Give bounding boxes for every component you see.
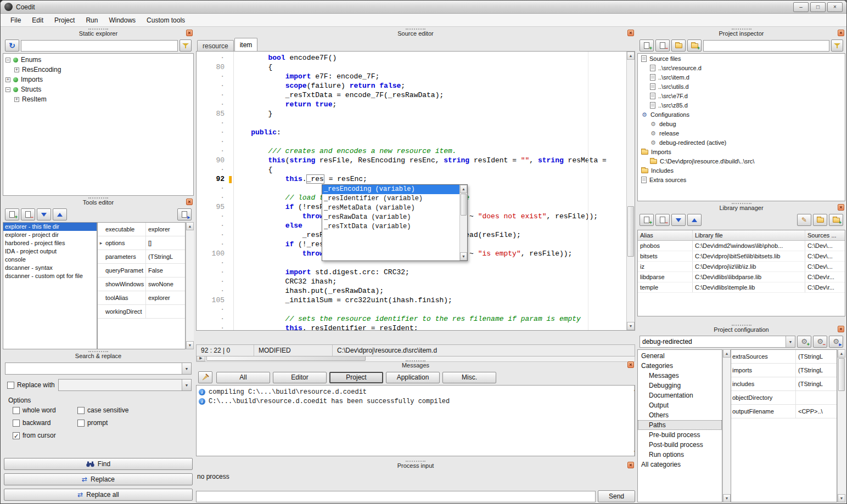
config-grid-scrollbar[interactable]: ▲ ▼ <box>837 349 845 502</box>
library-row[interactable]: bitsetsC:\Dev\dproj\bitSet\lib\bitsets.l… <box>638 251 845 262</box>
gutter-line[interactable]: · <box>197 72 233 82</box>
category-messages[interactable]: Messages <box>638 371 722 381</box>
completion-item[interactable]: _resTxtData (variable) <box>322 222 459 231</box>
scroll-up-icon[interactable]: ▲ <box>627 52 635 60</box>
tree-item-imports[interactable]: +Imports <box>3 75 193 84</box>
code-line[interactable]: CRC32 ihash; <box>234 278 626 287</box>
completion-item[interactable]: _resRawData (variable) <box>322 213 459 222</box>
tool-item-harbored-project-files[interactable]: harbored - project files <box>3 239 97 247</box>
editor-gutter[interactable]: ·80····85····90·92··95····100····105··· <box>197 52 234 330</box>
checkbox[interactable] <box>13 420 20 427</box>
move-tool-up-button[interactable] <box>53 208 67 220</box>
code-line[interactable]: scope(failure) return false; <box>234 82 626 91</box>
inspector-item-imports[interactable]: Imports <box>638 147 845 156</box>
scroll-up-icon[interactable]: ▲ <box>186 222 194 230</box>
process-input-field[interactable] <box>196 491 596 502</box>
property-row[interactable]: includes(TStringL <box>731 377 837 391</box>
code-line[interactable]: return true; <box>234 100 626 110</box>
property-row[interactable]: queryParametFalse <box>98 264 185 278</box>
code-line[interactable] <box>234 305 626 315</box>
close-panel-icon[interactable]: × <box>627 361 634 368</box>
tool-item-explorer-project-dir[interactable]: explorer - project dir <box>3 231 97 239</box>
close-panel-icon[interactable]: × <box>838 30 844 36</box>
move-library-down-button[interactable] <box>671 214 686 226</box>
expander-icon[interactable]: + <box>14 67 19 72</box>
library-row[interactable]: libdparseC:\Dev\dlibs\libdparse.libC:\De… <box>638 272 845 282</box>
inspector-item-src-resource-d[interactable]: ..\src\resource.d <box>638 63 845 72</box>
close-panel-icon[interactable]: × <box>186 30 193 36</box>
add-library-folder-button[interactable]: + <box>829 214 843 226</box>
edit-library-button[interactable]: ✎ <box>797 214 811 226</box>
code-line[interactable]: { <box>234 63 626 72</box>
category-general[interactable]: General <box>638 351 722 361</box>
code-line[interactable]: import std.digest.crc: CRC32; <box>234 268 626 278</box>
property-row[interactable]: toolAliasexplorer <box>98 291 185 305</box>
option-backward[interactable]: backward <box>13 419 77 427</box>
expander-icon[interactable]: + <box>5 77 10 82</box>
gutter-line[interactable]: · <box>197 231 233 240</box>
inspector-filter-input[interactable] <box>703 40 829 52</box>
code-line[interactable]: import e7F: encode_7F; <box>234 72 626 82</box>
property-row[interactable]: outputFilename<CPP>..\ <box>731 405 837 418</box>
scroll-up-icon[interactable]: ▲ <box>460 185 467 193</box>
gutter-line[interactable]: · <box>197 100 233 110</box>
gutter-line[interactable]: · <box>197 147 233 156</box>
move-tool-down-button[interactable] <box>37 208 51 220</box>
add-source-button[interactable]: + <box>640 39 654 52</box>
code-line[interactable]: /// creates and encodes a new resource i… <box>234 147 626 156</box>
message-row[interactable]: iC:\...\build\resource.d.coedit has been… <box>197 397 635 406</box>
minimize-button[interactable]: – <box>793 2 809 12</box>
gutter-line[interactable]: · <box>197 315 233 324</box>
property-row[interactable]: ▸options[] <box>98 236 185 250</box>
scroll-up-icon[interactable]: ▲ <box>723 349 731 358</box>
gutter-line[interactable]: · <box>197 222 233 231</box>
replace-button[interactable]: ⇄ Replace <box>4 473 193 485</box>
dropdown-arrow-icon[interactable]: ▼ <box>786 336 795 347</box>
completion-item[interactable]: _resEncoding (variable) <box>322 185 459 194</box>
gutter-line[interactable]: · <box>197 268 233 278</box>
inspector-item-debug[interactable]: ⚙debug <box>638 119 845 128</box>
completion-item[interactable]: _resIdentifier (variable) <box>322 194 459 203</box>
property-row[interactable]: parameters(TStringL <box>98 250 185 264</box>
gutter-line[interactable]: · <box>197 278 233 287</box>
property-value[interactable]: False <box>146 264 185 277</box>
tool-item-dscanner-syntax[interactable]: dscanner - syntax <box>3 264 97 272</box>
tab-item[interactable]: item <box>234 38 258 51</box>
completion-item[interactable]: _resMetaData (variable) <box>322 203 459 213</box>
inspector-item-release[interactable]: ⚙release <box>638 128 845 138</box>
tree-item-resencoding[interactable]: +ResEncoding <box>3 65 193 75</box>
code-line[interactable]: _initialSum = crc322uint(ihash.finish); <box>234 296 626 305</box>
gutter-line[interactable]: 100 <box>197 250 233 259</box>
library-from-folder-button[interactable] <box>813 214 827 226</box>
inspector-item-c-dev-dproj-resource-d-build-src[interactable]: C:\Dev\dproj\resource.d\build\..\src\ <box>638 156 845 166</box>
option-prompt[interactable]: prompt <box>77 419 189 427</box>
inspector-item-src-z85-d[interactable]: ..\src\z85.d <box>638 100 845 110</box>
checkbox[interactable]: ✓ <box>13 432 20 439</box>
property-value[interactable]: (TStringL <box>796 350 837 363</box>
project-inspector-header[interactable]: Project inspector × <box>637 28 845 38</box>
menu-custom-tools[interactable]: Custom tools <box>141 15 190 26</box>
clear-filter-button[interactable] <box>180 39 192 52</box>
gutter-line[interactable]: · <box>197 82 233 91</box>
checkbox[interactable] <box>77 407 85 414</box>
filter-all-button[interactable]: All <box>216 372 270 383</box>
option-whole-word[interactable]: whole word <box>13 406 77 414</box>
gutter-line[interactable]: · <box>197 128 233 138</box>
static-explorer-header[interactable]: Static explorer × <box>3 28 194 38</box>
replace-with-option[interactable]: Replace with <box>7 381 55 389</box>
category-others[interactable]: Others <box>638 410 722 420</box>
property-value[interactable]: [] <box>146 236 185 250</box>
categories-scrollbar[interactable]: ▲ ▼ <box>722 349 731 502</box>
gutter-line[interactable]: 85 <box>197 110 233 119</box>
tool-item-ida-project-output[interactable]: IDA - project output <box>3 247 97 256</box>
title-bar[interactable]: Coedit – □ × <box>1 1 846 14</box>
inspector-item-debug-redirected-active[interactable]: ⚙debug-redirected (active) <box>638 138 845 147</box>
scroll-down-icon[interactable]: ▼ <box>723 494 731 502</box>
category-output[interactable]: Output <box>638 400 722 410</box>
tree-item-resitem[interactable]: +ResItem <box>3 94 193 104</box>
remove-source-button[interactable]: − <box>655 39 670 52</box>
tool-item-explorer-this-file-dir[interactable]: explorer - this file dir <box>3 223 97 231</box>
replace-term-input[interactable] <box>59 380 182 390</box>
add-configuration-button[interactable]: ⚙+ <box>797 336 811 348</box>
expander-icon[interactable]: − <box>5 87 10 92</box>
